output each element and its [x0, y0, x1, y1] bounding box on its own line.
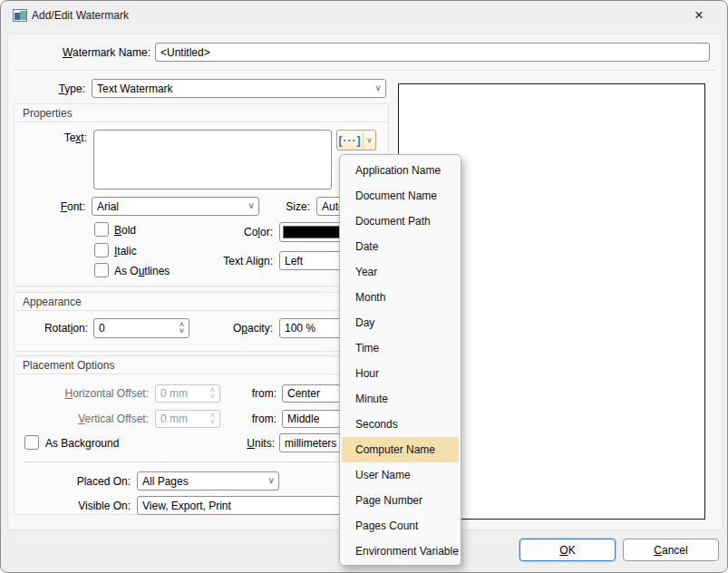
dialog-title: Add/Edit Watermark [32, 9, 129, 22]
horizontal-offset-label: Horizontal Offset: [65, 387, 150, 401]
menu-item-year[interactable]: Year [340, 259, 461, 285]
group-header-line [15, 374, 388, 374]
as-background-checkbox[interactable] [24, 435, 39, 450]
insert-macro-button[interactable]: [···] ˅ [336, 130, 376, 151]
opacity-label: Opacity: [233, 322, 273, 335]
type-select[interactable]: Text Watermark˅ [92, 79, 386, 98]
as-outlines-checkbox-label: As Outlines [114, 265, 170, 278]
menu-item-page-number[interactable]: Page Number [340, 488, 461, 513]
appearance-group-title: Appearance [23, 296, 82, 309]
spin-down-icon: ˅ [210, 419, 215, 425]
vertical-from-label: from: [252, 413, 277, 426]
add-edit-watermark-dialog: Add/Edit Watermark × Watermark Name: <Un… [0, 0, 728, 573]
menu-item-pages-count[interactable]: Pages Count [340, 513, 461, 539]
font-select[interactable]: Arial˅ [92, 197, 259, 216]
italic-checkbox-label: Italic [114, 245, 137, 258]
menu-item-month[interactable]: Month [340, 285, 461, 310]
chevron-down-icon: ˅ [372, 83, 381, 93]
as-background-checkbox-label: As Background [45, 437, 119, 451]
separator [24, 461, 383, 463]
watermark-dialog-icon [13, 9, 27, 22]
bold-checkbox[interactable] [94, 222, 109, 237]
cancel-button[interactable]: Cancel [623, 539, 719, 561]
menu-item-document-path[interactable]: Document Path [340, 209, 461, 234]
spin-down-icon[interactable]: ˅ [180, 328, 184, 335]
units-label: Units: [247, 437, 275, 451]
group-header-line [15, 121, 388, 122]
menu-item-time[interactable]: Time [340, 335, 461, 361]
rotation-label: Rotation: [44, 322, 88, 335]
color-label: Color: [244, 226, 273, 239]
menu-item-document-name[interactable]: Document Name [340, 183, 461, 209]
as-outlines-checkbox[interactable] [94, 263, 109, 277]
menu-item-application-name[interactable]: Application Name [340, 158, 461, 183]
menu-item-hour[interactable]: Hour [340, 361, 461, 386]
close-icon[interactable]: × [677, 3, 721, 28]
group-header-line [15, 310, 388, 311]
placed-on-select[interactable]: All Pages˅ [137, 471, 279, 490]
menu-item-day[interactable]: Day [340, 310, 461, 335]
chevron-down-icon: ˅ [245, 201, 254, 211]
horizontal-offset-spinbox: 0 mm˄˅ [155, 384, 220, 403]
horizontal-from-label: from: [252, 387, 277, 401]
watermark-name-label: Watermark Name: [63, 46, 150, 60]
ok-button[interactable]: OK [519, 539, 616, 561]
vertical-offset-spinbox: 0 mm˄˅ [155, 410, 220, 428]
menu-item-computer-name[interactable]: Computer Name [342, 437, 459, 462]
properties-group-title: Properties [23, 107, 73, 121]
placement-options-group-title: Placement Options [23, 359, 114, 373]
size-label: Size: [286, 200, 310, 214]
menu-item-date[interactable]: Date [340, 234, 461, 259]
visible-on-label: Visible On: [78, 500, 131, 513]
type-label: Type: [59, 83, 85, 96]
chevron-down-icon[interactable]: ˅ [363, 131, 375, 150]
macro-dropdown-menu: Application Name Document Name Document … [339, 154, 461, 566]
watermark-text-input[interactable] [93, 130, 332, 189]
text-align-label: Text Align: [223, 255, 273, 268]
menu-item-environment-variable[interactable]: Environment Variable [340, 539, 461, 564]
vertical-offset-label: Vertical Offset: [78, 413, 149, 426]
text-label: Text: [64, 131, 87, 145]
spin-down-icon: ˅ [210, 393, 215, 400]
placed-on-label: Placed On: [77, 475, 131, 489]
menu-item-user-name[interactable]: User Name [340, 462, 461, 488]
macro-ellipsis-icon: [···] [337, 131, 363, 150]
menu-item-seconds[interactable]: Seconds [340, 412, 461, 437]
watermark-name-input[interactable]: <Untitled> [155, 43, 710, 62]
font-label: Font: [61, 200, 85, 214]
chevron-down-icon: ˅ [265, 476, 274, 486]
rotation-spinbox[interactable]: 0˄˅ [93, 318, 189, 338]
italic-checkbox[interactable] [94, 243, 109, 257]
separator [15, 70, 714, 72]
menu-item-minute[interactable]: Minute [340, 386, 461, 412]
bold-checkbox-label: Bold [114, 224, 136, 238]
